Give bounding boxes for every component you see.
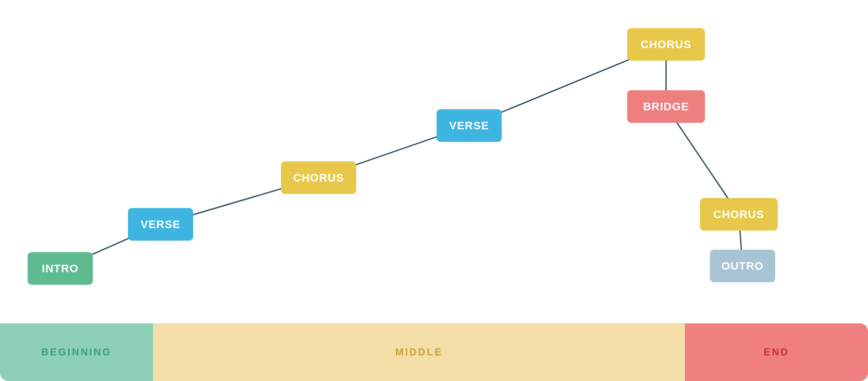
chart-container: BEGINNING MIDDLE END INTROVERSECHORUSVER… (0, 0, 868, 381)
node-verse1[interactable]: VERSE (128, 208, 193, 241)
section-middle: MIDDLE (153, 323, 685, 381)
node-intro[interactable]: INTRO (28, 252, 93, 285)
section-end: END (685, 323, 868, 381)
node-chorus3[interactable]: CHORUS (700, 198, 778, 231)
node-bridge[interactable]: BRIDGE (627, 90, 705, 123)
bottom-bar: BEGINNING MIDDLE END (0, 323, 868, 381)
node-verse2[interactable]: VERSE (437, 109, 502, 142)
node-outro[interactable]: OUTRO (710, 250, 775, 282)
node-chorus2[interactable]: CHORUS (627, 28, 705, 61)
section-beginning: BEGINNING (0, 323, 153, 381)
node-chorus1[interactable]: CHORUS (281, 161, 356, 194)
